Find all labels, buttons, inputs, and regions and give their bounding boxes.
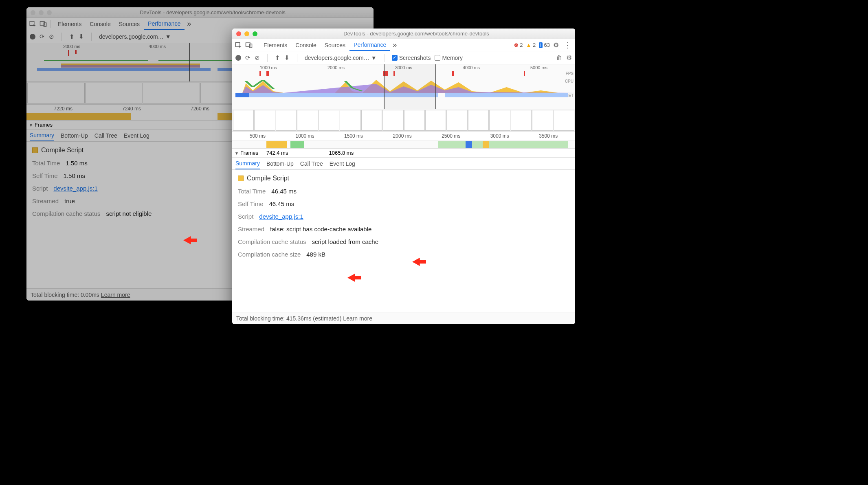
detail-tab-bottomup[interactable]: Bottom-Up (266, 158, 294, 169)
recording-select[interactable]: developers.google.com…▼ (305, 55, 377, 61)
titlebar: DevTools - developers.google.com/web/too… (26, 7, 374, 18)
record-button[interactable] (235, 55, 241, 61)
trash-icon[interactable]: 🗑 (556, 54, 562, 61)
recording-url: developers.google.com… (305, 55, 369, 61)
cpu-label: CPU (565, 79, 574, 83)
frame-time-2: 1065.8 ms (329, 150, 354, 156)
tab-console[interactable]: Console (291, 39, 320, 51)
detail-tab-summary[interactable]: Summary (235, 158, 260, 169)
cache-status-value: script loaded from cache (312, 238, 378, 245)
clear-icon[interactable]: ⊘ (255, 54, 260, 61)
cache-status-label: Compilation cache status (238, 238, 306, 245)
cache-status-value: script not eligible (106, 210, 152, 217)
more-tabs-icon[interactable]: » (185, 20, 193, 28)
flame-track[interactable] (232, 140, 575, 149)
event-heading: Compile Script (238, 175, 569, 182)
status-badges: ⊗ 2 ▲ 2 i 63 ⚙ ⋮ (514, 41, 573, 50)
inspect-icon[interactable] (235, 42, 242, 49)
script-label: Script (32, 185, 48, 192)
self-time-label: Self Time (238, 200, 264, 207)
kebab-icon[interactable]: ⋮ (562, 41, 573, 50)
capture-settings-icon[interactable]: ⚙ (566, 54, 572, 61)
reload-icon[interactable]: ⟳ (245, 54, 251, 61)
expand-icon[interactable]: ▼ (29, 123, 33, 127)
error-badge[interactable]: ⊗ 2 (514, 42, 523, 48)
detail-ticks: 500 ms 1000 ms 1500 ms 2000 ms 2500 ms 3… (232, 132, 575, 140)
traffic-lights[interactable] (31, 10, 52, 15)
tab-elements[interactable]: Elements (259, 39, 291, 51)
memory-checkbox[interactable]: Memory (435, 55, 463, 61)
traffic-lights[interactable] (236, 31, 257, 36)
tab-elements[interactable]: Elements (54, 18, 86, 30)
record-button[interactable] (30, 34, 35, 40)
tab-performance[interactable]: Performance (349, 39, 390, 51)
more-tabs-icon[interactable]: » (390, 41, 399, 49)
tab-sources[interactable]: Sources (115, 18, 144, 30)
total-time-value: 46.45 ms (271, 188, 297, 195)
clear-icon[interactable]: ⊘ (49, 33, 54, 40)
upload-icon[interactable]: ⬆ (275, 54, 280, 61)
detail-tab-calltree[interactable]: Call Tree (300, 158, 323, 169)
event-swatch (32, 147, 38, 153)
total-time-label: Total Time (238, 188, 266, 195)
annotation-arrow (412, 257, 426, 267)
device-toolbar-icon[interactable] (40, 20, 47, 28)
zoom-light[interactable] (253, 31, 257, 36)
self-time-value: 1.50 ms (64, 172, 85, 179)
blocking-time-text: Total blocking time: 0.00ms (31, 292, 99, 298)
total-time-label: Total Time (32, 160, 60, 167)
dropdown-icon: ▼ (165, 33, 171, 40)
screenshots-checkbox[interactable]: ✓Screenshots (392, 55, 431, 61)
selection-box[interactable] (384, 64, 436, 109)
learn-more-link[interactable]: Learn more (343, 315, 372, 322)
streamed-label: Streamed (32, 198, 59, 204)
streamed-value: true (64, 198, 75, 204)
cache-size-value: 489 kB (306, 251, 325, 258)
detail-tabs: Summary Bottom-Up Call Tree Event Log (232, 158, 575, 170)
blocking-time-text: Total blocking time: 415.36ms (estimated… (236, 315, 341, 322)
device-toolbar-icon[interactable] (245, 42, 253, 49)
fps-label: FPS (566, 71, 574, 76)
settings-icon[interactable]: ⚙ (553, 41, 559, 49)
checkbox-icon: ✓ (392, 55, 398, 61)
minimize-light[interactable] (244, 31, 249, 36)
warning-badge[interactable]: ▲ 2 (526, 42, 536, 48)
reload-icon[interactable]: ⟳ (40, 33, 45, 40)
recording-url: developers.google.com… (99, 33, 164, 40)
script-link[interactable]: devsite_app.js:1 (259, 213, 303, 220)
frame-time-1: 742.4 ms (266, 150, 288, 156)
total-time-value: 1.50 ms (66, 160, 87, 167)
tab-console[interactable]: Console (86, 18, 114, 30)
event-name: Compile Script (247, 175, 289, 182)
tab-performance[interactable]: Performance (144, 18, 185, 30)
minimize-light[interactable] (39, 10, 44, 15)
detail-tab-eventlog[interactable]: Event Log (330, 158, 355, 169)
overview-timeline[interactable]: 1000 ms 2000 ms 3000 ms 4000 ms 5000 ms … (232, 64, 575, 109)
close-light[interactable] (236, 31, 241, 36)
recording-select[interactable]: developers.google.com…▼ (99, 33, 171, 40)
expand-icon[interactable]: ▼ (235, 151, 239, 156)
perf-toolbar: ⟳ ⊘ ⬆ ⬇ developers.google.com…▼ ✓Screens… (232, 51, 575, 64)
script-link[interactable]: devsite_app.js:1 (53, 185, 97, 192)
info-badge[interactable]: i 63 (539, 42, 550, 48)
upload-icon[interactable]: ⬆ (69, 33, 75, 40)
event-name: Compile Script (41, 147, 84, 154)
detail-tab-bottomup[interactable]: Bottom-Up (61, 129, 88, 141)
download-icon[interactable]: ⬇ (284, 54, 290, 61)
cache-status-label: Compilation cache status (32, 210, 101, 217)
tab-sources[interactable]: Sources (321, 39, 349, 51)
self-time-label: Self Time (32, 172, 58, 179)
frames-row[interactable]: ▼Frames 742.4 ms 1065.8 ms (232, 149, 575, 158)
close-light[interactable] (31, 10, 35, 15)
devtools-window-right: DevTools - developers.google.com/web/too… (232, 29, 575, 324)
detail-tab-summary[interactable]: Summary (30, 129, 54, 141)
inspect-icon[interactable] (29, 20, 36, 28)
learn-more-link[interactable]: Learn more (101, 292, 130, 298)
zoom-light[interactable] (47, 10, 52, 15)
self-time-value: 46.45 ms (269, 200, 294, 207)
download-icon[interactable]: ⬇ (79, 33, 84, 40)
detail-tab-eventlog[interactable]: Event Log (124, 129, 149, 141)
frames-label: Frames (240, 150, 258, 156)
detail-tab-calltree[interactable]: Call Tree (94, 129, 117, 141)
filmstrip[interactable] (232, 109, 575, 132)
